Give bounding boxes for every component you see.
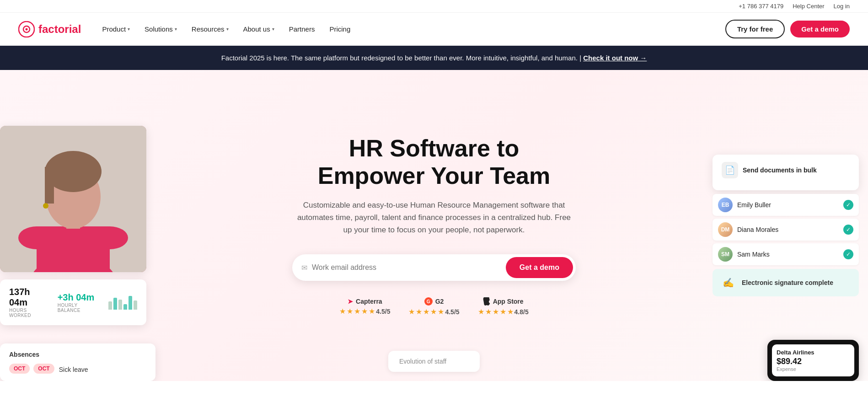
apple-icon [483,297,490,306]
g2-rating: G G2 ★ ★ ★ ★ ★ 4.5/5 [408,297,459,316]
svg-point-12 [91,226,128,249]
chevron-down-icon: ▾ [272,27,274,32]
time-hours-card: 137h 04m HOURS WORKED +3h 04m HOURLY BAL… [0,279,146,325]
hero-right-widget: 📄 Send documents in bulk EB Emily Buller… [703,145,868,306]
hours-worked-stat: 137h 04m HOURS WORKED [9,287,48,318]
svg-point-11 [18,226,55,249]
balance-value: +3h 04m [58,292,99,303]
appstore-platform: App Store [483,297,524,306]
nav-actions: Try for free Get a demo [725,20,850,38]
avatar-initials-emily: EB [722,202,729,208]
announcement-text: Factorial 2025 is here. The same platfor… [221,54,581,62]
logo-link[interactable]: factorial [18,21,81,38]
email-form: ✉ Get a demo [292,254,576,281]
send-docs-card: 📄 Send documents in bulk [713,155,859,190]
appstore-stars: ★ ★ ★ ★ ★ 4.8/5 [478,307,529,316]
appstore-label: App Store [493,298,524,305]
nav-item-solutions[interactable]: Solutions ▾ [138,21,183,37]
hero-center-content: HR Software to Empower Your Team Customi… [292,135,576,316]
balance-label: HOURLY BALANCE [58,303,99,313]
get-demo-button[interactable]: Get a demo [506,257,573,278]
star-3: ★ [354,307,360,316]
star-1: ★ [339,307,346,316]
nav-item-partners[interactable]: Partners [283,21,321,37]
hero-section: 137h 04m HOURS WORKED +3h 04m HOURLY BAL… [0,70,868,381]
check-icon-sam: ✓ [843,249,853,259]
person-row-left-sam: SM Sam Marks [718,247,770,262]
phone-company: Delta Airlines [777,349,850,356]
try-free-button[interactable]: Try for free [725,20,785,38]
logo-text: factorial [38,23,81,36]
nav-item-about[interactable]: About us ▾ [237,21,281,37]
avatar-sam: SM [718,247,733,262]
hero-left-widget: 137h 04m HOURS WORKED +3h 04m HOURLY BAL… [0,126,146,325]
avatar-emily: EB [718,198,733,212]
absence-tags: OCT OCT [9,364,54,374]
hero-subtitle: Customizable and easy-to-use Human Resou… [292,199,576,236]
hours-worked-label: HOURS WORKED [9,308,48,318]
evolution-card: Evolution of staff [388,351,480,372]
g2-score: 4.5/5 [445,308,459,316]
get-demo-nav-button[interactable]: Get a demo [790,21,850,38]
person-photo-card [0,126,146,272]
announcement-link[interactable]: Check it out now → [583,54,647,62]
ratings-row: ➤ Capterra ★ ★ ★ ★ ★ 4.5/5 G G2 [292,297,576,316]
person-name-emily: Emily Buller [737,201,771,209]
absences-title: Absences [9,351,146,358]
svg-point-2 [26,28,28,30]
capterra-label: Capterra [356,298,382,305]
evolution-label: Evolution of staff [399,358,446,365]
top-bar: +1 786 377 4179 Help Center Log in [0,0,868,13]
announcement-bar: Factorial 2025 is here. The same platfor… [0,46,868,70]
chevron-down-icon: ▾ [128,27,130,32]
email-icon: ✉ [301,263,307,272]
email-input[interactable] [312,263,506,272]
balance-stat: +3h 04m HOURLY BALANCE [58,292,99,313]
capterra-score: 4.5/5 [376,308,390,315]
avatar-initials-diana: DM [721,226,730,233]
chevron-down-icon: ▾ [175,27,177,32]
svg-rect-9 [45,167,54,204]
absence-tag-oct2: OCT [33,364,54,374]
person-image [0,126,146,272]
absences-card: Absences OCT OCT Sick leave [0,343,155,381]
send-docs-title: Send documents in bulk [743,166,817,174]
signature-text: Electronic signature complete [742,279,833,286]
navbar: factorial Product ▾ Solutions ▾ Resource… [0,13,868,46]
signature-card: ✍ Electronic signature complete [713,269,859,296]
phone-label: Expense [777,366,850,372]
phone-amount: $89.42 [777,357,850,366]
check-icon-emily: ✓ [843,200,853,210]
g2-icon: G [424,297,433,306]
phone-card: Delta Airlines $89.42 Expense [767,340,859,381]
capterra-rating: ➤ Capterra ★ ★ ★ ★ ★ 4.5/5 [339,298,390,316]
avatar-initials-sam: SM [721,251,729,257]
chevron-down-icon: ▾ [226,27,229,32]
hero-title: HR Software to Empower Your Team [292,135,576,190]
g2-platform: G G2 [424,297,444,306]
person-name-diana: Diana Morales [737,226,778,233]
capterra-icon: ➤ [348,298,353,305]
document-icon: 📄 [722,162,738,178]
person-row-diana: DM Diana Morales ✓ [713,219,859,241]
mini-bar-chart [108,295,137,310]
phone-number: +1 786 377 4179 [739,3,783,10]
doc-send-header: 📄 Send documents in bulk [722,162,850,178]
svg-point-10 [43,203,48,209]
nav-item-resources[interactable]: Resources ▾ [185,21,235,37]
login-link[interactable]: Log in [834,3,850,10]
logo-icon [18,21,35,38]
person-row-left-emily: EB Emily Buller [718,198,771,212]
person-row-sam: SM Sam Marks ✓ [713,243,859,265]
nav-item-product[interactable]: Product ▾ [96,21,136,37]
g2-stars: ★ ★ ★ ★ ★ 4.5/5 [408,307,459,316]
nav-item-pricing[interactable]: Pricing [323,21,357,37]
person-name-sam: Sam Marks [737,251,770,258]
help-center-link[interactable]: Help Center [793,3,824,10]
appstore-score: 4.8/5 [514,308,529,316]
star-4: ★ [361,307,368,316]
sick-leave-text: Sick leave [59,366,88,373]
hours-worked-value: 137h 04m [9,287,48,308]
person-svg [0,126,146,272]
g2-label: G2 [435,298,444,305]
